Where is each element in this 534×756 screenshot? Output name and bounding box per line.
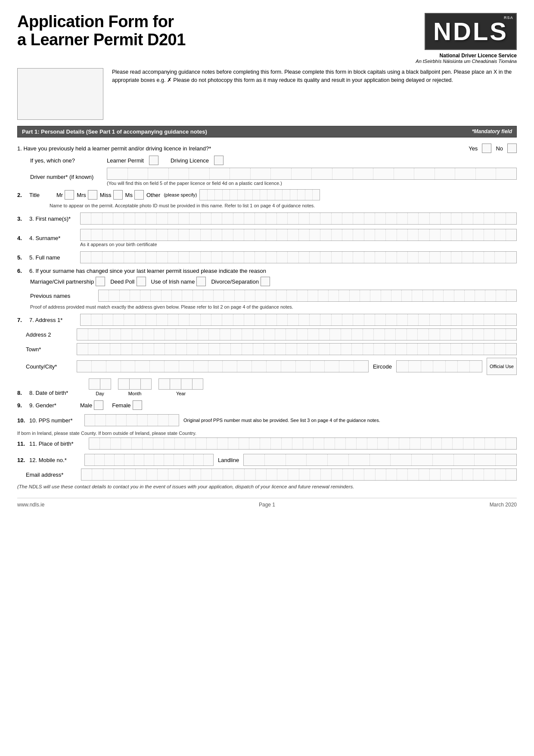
question-3: 3. 3. First name(s)*	[17, 212, 517, 225]
gender-male-checkbox[interactable]	[94, 400, 103, 410]
dob-year: Year	[158, 378, 203, 396]
q6-options: Marriage/Civil partnership Deed Poll Use…	[30, 277, 517, 286]
title-other: Other (please specify)	[146, 189, 320, 200]
form-title: Application Form for a Learner Permit D2…	[17, 13, 186, 49]
county-field[interactable]	[77, 360, 369, 372]
q8-number: 8.	[17, 390, 26, 396]
q1-driving-checkbox[interactable]	[214, 156, 224, 165]
eircode-label: Eircode	[373, 363, 392, 370]
q1-learner-checkbox[interactable]	[149, 156, 158, 165]
town-field[interactable]	[77, 343, 517, 355]
q2-number: 2.	[17, 192, 26, 198]
question-9: 9. 9. Gender* Male Female	[17, 400, 517, 410]
ndls-name-block: National Driver Licence Service An tSeir…	[416, 53, 517, 64]
q6-deed-checkbox[interactable]	[137, 277, 146, 286]
official-use-box: Official Use	[487, 358, 517, 375]
q12-landline-label: Landline	[218, 457, 239, 463]
q6-deed: Deed Poll	[110, 277, 146, 286]
question-6: 6. 6. If your surname has changed since …	[17, 268, 517, 309]
driver-number-field[interactable]	[107, 168, 517, 180]
q9-number: 9.	[17, 402, 26, 409]
section-header-label: Part 1: Personal Details (See Part 1 of …	[22, 128, 207, 135]
gender-male: Male	[80, 400, 103, 410]
title-options: Mr Mrs Miss Ms Other (p	[56, 189, 320, 200]
question-10: 10. 10. PPS number* Original proof PPS n…	[17, 414, 517, 426]
ndls-name-en: National Driver Licence Service	[416, 53, 517, 59]
address2-field[interactable]	[77, 328, 517, 341]
question-4: 4. 4. Surname* As it appears on your bir…	[17, 229, 517, 247]
q12-email-label: Email address*	[17, 472, 78, 478]
surname-field[interactable]	[80, 229, 517, 241]
q3-number: 3.	[17, 216, 26, 222]
title-mrs-checkbox[interactable]	[88, 190, 97, 200]
question-5: 5. 5. Full name	[17, 251, 517, 263]
q6-proof-hint: Proof of address provided must match exa…	[30, 304, 517, 309]
page-footer: www.ndls.ie Page 1 March 2020	[17, 498, 517, 508]
q1-yes-no: Yes No	[469, 144, 517, 153]
q10-number: 10.	[17, 417, 26, 424]
first-name-field[interactable]	[80, 212, 517, 225]
gender-female: Female	[112, 400, 142, 410]
q6-marriage: Marriage/Civil partnership	[30, 277, 105, 286]
dob-grid: Day Month Year	[89, 378, 203, 396]
q2-hint: Name to appear on the permit. Acceptable…	[50, 203, 517, 208]
photo-box	[17, 68, 103, 120]
pps-field[interactable]	[84, 414, 179, 426]
fullname-field[interactable]	[80, 251, 517, 263]
q10-label-text: 10. PPS number*	[29, 417, 81, 424]
question-11: If born in Ireland, please state County.…	[17, 431, 517, 450]
title-miss: Miss	[100, 190, 123, 200]
q5-number: 5.	[17, 254, 26, 261]
gender-options: Male Female	[80, 400, 142, 410]
prev-names-field[interactable]	[98, 290, 517, 302]
instructions-row: Please read accompanying guidance notes …	[17, 68, 517, 120]
q8-label-text: 8. Date of birth*	[29, 390, 85, 396]
footer-page: Page 1	[259, 502, 275, 508]
q4-number: 4.	[17, 235, 26, 241]
title-mr-checkbox[interactable]	[65, 190, 74, 200]
question-8: 8. 8. Date of birth* Day Month	[17, 378, 517, 396]
footer-website: www.ndls.ie	[17, 502, 44, 508]
q6-label-text: 6. If your surname has changed since you…	[29, 268, 517, 274]
eircode-field[interactable]	[396, 360, 482, 372]
question-1: 1. Have you previously held a learner pe…	[17, 144, 517, 186]
title-ms-checkbox[interactable]	[134, 190, 144, 200]
q7-addr1-label: 7. Address 1*	[29, 317, 77, 323]
dob-year-cells[interactable]	[158, 378, 203, 390]
q1-driver-hint: (You will find this on field 5 of the pa…	[107, 181, 517, 186]
address1-field[interactable]	[80, 314, 517, 326]
q6-irish-checkbox[interactable]	[196, 277, 206, 286]
q6-divorce: Divorce/Separation	[211, 277, 270, 286]
q1-yes-label: Yes	[469, 145, 478, 152]
q1-no-checkbox[interactable]	[507, 144, 517, 153]
q1-learner-label: Learner Permit	[107, 157, 144, 164]
q6-divorce-checkbox[interactable]	[261, 277, 270, 286]
q1-ifyes-label: If yes, which one?	[30, 157, 103, 164]
q11-number: 11.	[17, 440, 26, 447]
mobile-field[interactable]	[84, 454, 214, 466]
section-header: Part 1: Personal Details (See Part 1 of …	[17, 126, 517, 137]
dob-day: Day	[89, 378, 111, 396]
email-field[interactable]	[81, 469, 517, 481]
q12-notice: (The NDLS will use these contact details…	[17, 484, 517, 489]
q6-number: 6.	[17, 268, 26, 274]
dob-month: Month	[118, 378, 152, 396]
q1-yes-checkbox[interactable]	[482, 144, 491, 153]
q4-label-text: 4. Surname*	[29, 235, 77, 241]
dob-month-cells[interactable]	[118, 378, 152, 390]
q11-label-text: 11. Place of birth*	[29, 440, 85, 447]
ndls-logo-text: NDLS	[433, 19, 508, 44]
gender-female-checkbox[interactable]	[133, 400, 142, 410]
place-of-birth-field[interactable]	[89, 437, 517, 450]
question-7: 7. 7. Address 1* Address 2	[17, 314, 517, 375]
title-miss-checkbox[interactable]	[113, 190, 123, 200]
q7-county-label: County/City*	[17, 363, 73, 370]
q12-number: 12.	[17, 457, 26, 463]
q6-marriage-checkbox[interactable]	[96, 277, 105, 286]
q10-hint: Original proof PPS number must also be p…	[183, 418, 517, 423]
title-other-field[interactable]	[199, 189, 320, 200]
q2-label-text: Title	[29, 192, 53, 198]
landline-field[interactable]	[243, 454, 517, 466]
dob-day-cells[interactable]	[89, 378, 111, 390]
rsa-badge: RSA	[504, 16, 513, 20]
